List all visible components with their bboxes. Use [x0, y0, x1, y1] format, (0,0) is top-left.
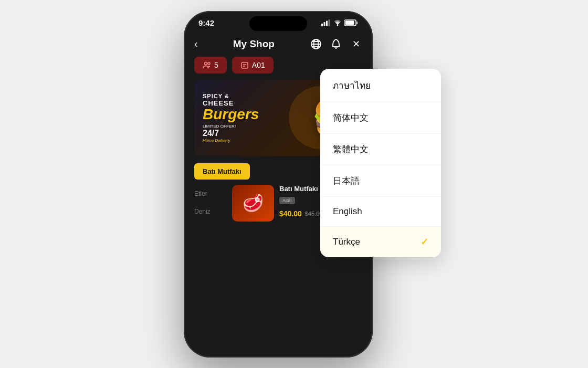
order-label: A01: [252, 61, 265, 69]
language-dropdown[interactable]: ภาษาไทย简体中文繁體中文日本語EnglishTürkçe✓: [320, 69, 441, 257]
guests-count: 5: [214, 61, 218, 69]
status-time: 9:42: [198, 18, 214, 27]
signal-icon: [321, 19, 331, 26]
battery-icon: [344, 19, 358, 26]
sidebar-categories: Etler Deniz: [184, 185, 226, 227]
language-item-2[interactable]: 繁體中文: [320, 134, 441, 165]
svg-rect-3: [329, 19, 330, 26]
bell-icon[interactable]: [330, 38, 342, 50]
sidebar-cat-seafood[interactable]: Deniz: [194, 203, 226, 220]
guests-icon: [203, 61, 211, 69]
page-title: My Shop: [233, 38, 275, 50]
sidebar-cat-meats[interactable]: Etler: [194, 185, 226, 203]
svg-point-13: [205, 62, 207, 65]
language-item-1[interactable]: 简体中文: [320, 102, 441, 134]
table-badge-order: A01: [232, 57, 274, 73]
app-header: ‹ My Shop: [184, 31, 373, 57]
language-label-0: ภาษาไทย: [333, 78, 371, 92]
language-label-2: 繁體中文: [333, 143, 369, 155]
language-list: ภาษาไทย简体中文繁體中文日本語EnglishTürkçe✓: [320, 69, 441, 257]
order-icon: [240, 61, 249, 69]
language-item-0[interactable]: ภาษาไทย: [320, 69, 441, 102]
language-label-1: 简体中文: [333, 112, 369, 124]
checkmark-icon: ✓: [421, 236, 428, 248]
language-item-3[interactable]: 日本語: [320, 165, 441, 197]
svg-rect-6: [345, 20, 354, 25]
scene: 9:42: [184, 11, 404, 358]
category-tab-active[interactable]: Batı Mutfakı: [194, 163, 250, 180]
header-icons: ✕: [310, 38, 362, 50]
food-image: 🥩: [232, 185, 274, 222]
wifi-icon: [333, 19, 342, 26]
globe-icon[interactable]: [310, 38, 322, 50]
food-badge: Acılı: [279, 197, 295, 204]
language-item-5[interactable]: Türkçe✓: [320, 227, 441, 257]
language-label-4: English: [333, 206, 362, 217]
svg-rect-2: [326, 20, 328, 26]
svg-rect-15: [242, 62, 248, 68]
language-label-5: Türkçe: [333, 237, 360, 247]
language-item-4[interactable]: English: [320, 197, 441, 227]
language-label-3: 日本語: [333, 175, 360, 187]
svg-point-14: [208, 62, 210, 65]
svg-rect-1: [324, 22, 326, 26]
status-icons: [321, 19, 358, 26]
back-button[interactable]: ‹: [194, 38, 198, 50]
close-icon[interactable]: ✕: [350, 38, 362, 50]
table-badge-guests: 5: [194, 57, 227, 73]
svg-rect-7: [356, 22, 358, 24]
food-price: $40.00: [279, 209, 302, 218]
svg-rect-0: [321, 24, 323, 26]
dynamic-island: [249, 16, 307, 31]
svg-point-4: [337, 25, 338, 26]
